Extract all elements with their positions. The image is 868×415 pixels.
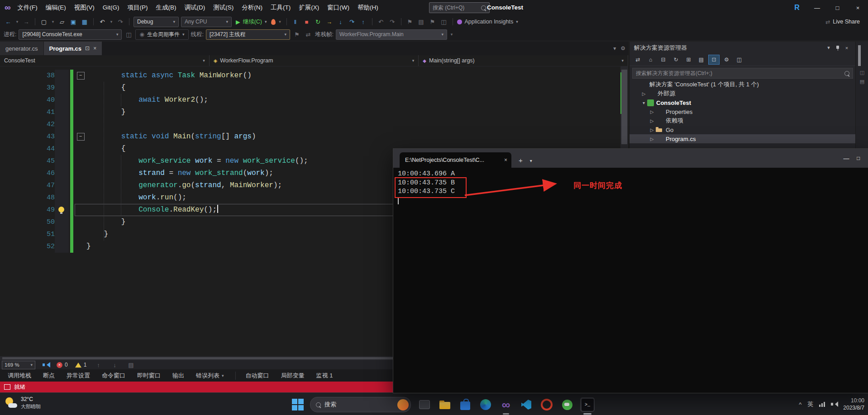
menu-item[interactable]: 项目(P) (124, 0, 152, 15)
terminal-icon[interactable]: >_ (580, 397, 595, 412)
step-out-icon[interactable]: ↑ (359, 19, 368, 25)
process-select[interactable]: [29048] ConsoleTest.exe ▾ (19, 29, 122, 40)
expander-icon[interactable]: ▷ (649, 127, 655, 132)
previous-issue-icon[interactable]: ↑ (94, 362, 103, 368)
code-line-42[interactable]: 42 (0, 118, 620, 131)
preview-icon[interactable]: ◫ (734, 55, 745, 65)
terminal-body[interactable]: 10:00:43.696 A10:00:43.735 B10:00:43.735… (393, 168, 868, 393)
tree-item[interactable]: ▷Go (630, 125, 856, 134)
tab-generator-cs[interactable]: generator.cs (0, 42, 43, 55)
new-file-icon[interactable]: ▢ (39, 19, 48, 25)
fold-collapse-icon[interactable]: − (77, 133, 85, 141)
visual-studio-icon[interactable] (499, 397, 513, 412)
weather-widget[interactable]: 32°C 大部晴朗 (5, 396, 41, 410)
panel-tab[interactable]: 监视 1 (310, 372, 339, 380)
menu-item[interactable]: 编辑(E) (42, 0, 70, 15)
panel-tab[interactable]: 局部变量 (275, 372, 310, 380)
minimize-button[interactable]: — (836, 155, 857, 162)
save-icon[interactable]: ▣ (69, 19, 78, 25)
tray-chevron-up-icon[interactable]: ^ (799, 401, 801, 408)
lifecycle-events-button[interactable]: ◉ 生命周期事件 ▾ (135, 29, 188, 40)
collapse-all-icon[interactable]: ⊟ (658, 55, 669, 65)
home-icon[interactable]: ⌂ (645, 55, 656, 65)
close-button[interactable]: × (848, 0, 868, 15)
thread-select[interactable]: [23472] 主线程 ▾ (206, 29, 290, 40)
zoom-select[interactable]: 169 % ▾ (2, 361, 35, 369)
menu-item[interactable]: 调试(D) (181, 0, 210, 15)
expander-icon[interactable]: ▷ (649, 109, 655, 114)
lightbulb-icon[interactable] (58, 207, 64, 212)
error-badge[interactable]: × 0 (57, 362, 68, 368)
fold-collapse-icon[interactable]: − (77, 72, 85, 80)
menu-item[interactable]: 测试(S) (209, 0, 238, 15)
code-line-39[interactable]: 39 { (0, 82, 620, 94)
window-layout-icon[interactable]: ◫ (439, 19, 448, 25)
stack-frame-select[interactable]: WorkerFlow.Program.Main ▾ (336, 29, 447, 40)
vertical-scrollbar-thumb[interactable] (621, 70, 627, 144)
step-into-icon[interactable]: ↓ (336, 19, 345, 25)
refresh-icon[interactable]: ↻ (670, 55, 682, 65)
tab-program-cs[interactable]: Program.cs ⊡ × (44, 42, 102, 55)
save-all-icon[interactable]: ▦ (80, 19, 89, 25)
expander-icon[interactable]: ▷ (649, 118, 655, 123)
close-tab-icon[interactable]: × (93, 45, 96, 52)
expander-icon[interactable]: ▾ (640, 100, 647, 105)
panel-tab[interactable]: 断点 (37, 372, 61, 380)
open-file-icon[interactable]: ▱ (57, 19, 67, 25)
scrollbar-thumb[interactable] (858, 45, 861, 66)
view-code-icon[interactable]: ▤ (696, 55, 707, 65)
application-insights-button[interactable]: Application Insights ▾ (457, 19, 518, 25)
next-bookmark-icon[interactable]: ⚑ (428, 19, 437, 25)
panel-tab[interactable]: 即时窗口 (131, 372, 167, 380)
panel-tab[interactable]: 命令窗口 (96, 372, 131, 380)
tab-dropdown-icon[interactable]: ▾ (530, 158, 532, 163)
menu-item[interactable]: 文件(F) (14, 0, 42, 15)
start-button[interactable] (292, 399, 304, 410)
panel-tab[interactable]: 错误列表▾ (190, 372, 230, 380)
panel-tab[interactable]: 输出 (167, 372, 190, 380)
taskbar-clock[interactable]: 10:00 2023/8/7 (843, 397, 864, 411)
tree-item[interactable]: ▾ConsoleTest (630, 98, 856, 107)
navigate-backward-icon[interactable]: ← (4, 19, 13, 25)
store-icon[interactable] (458, 397, 472, 412)
code-line-38[interactable]: 38− static async Task MainWorker() (0, 70, 620, 82)
file-explorer-icon[interactable] (438, 397, 452, 412)
break-all-icon[interactable]: ‖ (291, 19, 300, 25)
tree-item[interactable]: ▷Properties (630, 107, 856, 116)
tree-item[interactable]: ▷依赖项 (630, 116, 856, 125)
terminal-tab[interactable]: E:\NetProjects\ConsoleTest\C... × (400, 152, 511, 168)
next-issue-icon[interactable]: ↓ (110, 362, 119, 368)
quick-search-box[interactable]: 搜索 (Ctrl+Q) (429, 2, 490, 13)
redo-navigation-icon[interactable]: ↷ (388, 19, 397, 25)
show-flagged-threads-icon[interactable]: ⇄ (304, 31, 313, 38)
live-share-button[interactable]: ⇄ Live Share (825, 19, 860, 25)
tree-item[interactable]: ▷外部源 (630, 89, 856, 98)
solution-configurations-select[interactable]: Debug ▾ (134, 17, 179, 27)
pin-tab-icon[interactable]: ⊡ (85, 45, 90, 52)
sync-with-active-document-icon[interactable]: ⊡ (708, 55, 720, 65)
panel-tab[interactable]: 异常设置 (61, 372, 96, 380)
code-line-40[interactable]: 40 await Worker2(); (0, 94, 620, 106)
panel-icon[interactable]: ▤ (856, 79, 868, 85)
tree-item[interactable]: 解决方案 'ConsoleTest' (1 个项目, 共 1 个) (630, 80, 856, 89)
announcements-icon[interactable] (43, 362, 49, 368)
navigate-forward-icon[interactable]: → (22, 19, 31, 25)
menu-item[interactable]: 生成(B) (152, 0, 181, 15)
undo-dropdown-icon[interactable]: ▾ (109, 19, 114, 24)
bookmark-list-icon[interactable]: ▤ (417, 19, 426, 25)
breadcrumb-member[interactable]: ◆ Main(string[] args) ▾ (419, 55, 628, 66)
vscode-icon[interactable] (519, 397, 534, 412)
hot-reload-icon[interactable] (271, 19, 276, 25)
menu-item[interactable]: 分析(N) (238, 0, 267, 15)
menu-item[interactable]: 视图(V) (70, 0, 99, 15)
new-file-dropdown-icon[interactable]: ▾ (51, 19, 55, 24)
step-over-icon[interactable]: ↷ (348, 19, 357, 25)
documents-dropdown-icon[interactable]: ▾ (613, 45, 616, 52)
code-line-41[interactable]: 41 } (0, 106, 620, 118)
process-snapshot-icon[interactable]: ◫ (124, 31, 133, 38)
show-all-files-icon[interactable]: ⊞ (683, 55, 694, 65)
close-tab-icon[interactable]: × (504, 157, 507, 163)
menu-item[interactable]: 工具(T) (267, 0, 295, 15)
redo-icon[interactable]: ↷ (116, 19, 125, 25)
panel-icon[interactable]: ◫ (856, 70, 868, 75)
